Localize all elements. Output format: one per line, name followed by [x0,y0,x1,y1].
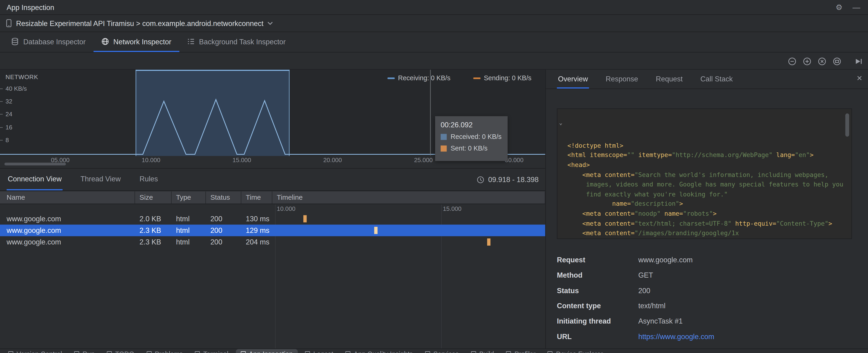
details-tab-overview[interactable]: Overview [557,70,589,89]
code-line: <meta content="noodp" name="robots"> [567,209,851,219]
cell-type: html [172,225,206,236]
profiler-icon [506,351,511,353]
toolwindow-build[interactable]: Build [466,349,499,353]
details-tab-call-stack[interactable]: Call Stack [699,70,734,89]
y-tick-mark [0,127,3,128]
detail-field: Requestwww.google.com [557,252,859,268]
cell-status: 200 [206,236,241,248]
todo-icon [107,351,112,353]
table-row[interactable]: www.google.com2.3 KBhtml200129 ms [0,225,545,236]
process-label: Resizable Experimental API Tiramisu > co… [16,19,264,27]
app-inspection-icon [241,351,246,353]
inspector-tab-label: Background Task Inspector [199,37,285,46]
field-value: 200 [638,286,650,295]
field-label: Method [557,271,639,280]
code-segment: "robots" [683,210,713,217]
zoom-in-icon[interactable] [802,56,812,66]
toolwindow-todo[interactable]: TODO [102,349,139,353]
fold-chevron-icon[interactable]: ⌄ [559,120,562,126]
cell-type: html [172,213,206,225]
field-value: AsyncTask #1 [638,317,683,325]
hide-icon[interactable]: — [852,3,860,11]
inspector-tab-background-task-inspector[interactable]: Background Task Inspector [179,32,293,52]
toolwindow-label: Problems [155,350,183,353]
background-task-icon [187,38,194,45]
tooltip-swatch [441,145,447,151]
toolwindow-terminal[interactable]: Terminal [190,349,234,353]
toolwindow-device-explorer[interactable]: Device Explorer [543,349,608,353]
app-quality-insights-icon [345,351,350,353]
code-segment: itemtype= [634,152,672,159]
inspector-tab-network-inspector[interactable]: Network Inspector [93,32,179,52]
toolwindow-label: Profiler [515,350,536,353]
tooltip-label: Sent: 0 KB/s [451,145,488,152]
toolwindow-logcat[interactable]: Logcat [300,349,338,353]
toolwindow-label: TODO [115,350,134,353]
code-scrollbar[interactable] [845,114,849,137]
toolwindow-label: App Quality Insights [354,350,413,353]
view-tab-rules[interactable]: Rules [138,169,159,190]
device-explorer-icon [548,351,553,353]
code-lines: <!doctype html><html itemscope="" itemty… [567,141,851,239]
toolwindow-app-inspection[interactable]: App Inspection [236,349,298,353]
y-tick-mark [0,114,3,114]
code-viewer[interactable]: ⌄ <!doctype html><html itemscope="" item… [557,108,852,239]
reset-zoom-icon[interactable] [817,56,827,66]
table-row[interactable]: www.google.com2.3 KBhtml200204 ms [0,236,545,248]
code-segment: name= [567,200,631,207]
tooltip-label: Received: 0 KB/s [451,133,502,140]
app-inspection-window: App Inspection ⚙ — Resizable Experimenta… [0,0,868,353]
column-header-type[interactable]: Type [172,191,206,203]
code-segment: "/images/branding/googleg/1x [634,230,739,237]
view-tab-thread-view[interactable]: Thread View [80,169,122,190]
details-tab-request[interactable]: Request [655,70,684,89]
column-header-status[interactable]: Status [206,191,241,203]
cell-type: html [172,236,206,248]
settings-gear-icon[interactable]: ⚙ [836,3,842,11]
view-tab-connection-view[interactable]: Connection View [7,169,63,190]
zoom-to-selection-icon[interactable] [832,56,842,66]
tooltip-time: 00:26.092 [441,121,502,129]
field-value: text/html [638,302,665,310]
tooltip-row: Sent: 0 KB/s [441,145,502,152]
details-tab-response[interactable]: Response [604,70,639,89]
column-header-name[interactable]: Name [0,191,135,203]
cell-timeline [273,213,546,225]
jump-to-live-icon[interactable] [854,56,864,66]
field-label: Request [557,256,639,264]
zoom-out-icon[interactable] [787,56,797,66]
inspector-tab-database-inspector[interactable]: Database Inspector [3,32,93,52]
column-header-size[interactable]: Size [135,191,172,203]
code-segment: <meta content= [567,230,634,237]
timeline-toolbar-icons [787,53,864,70]
chart-tooltip-rows: Received: 0 KB/sSent: 0 KB/s [441,133,502,152]
toolwindow-profiler[interactable]: Profiler [501,349,540,353]
column-header-timeline[interactable]: Timeline [273,191,546,203]
code-segment: <meta content= [567,171,634,179]
y-axis-label: 16 [6,124,12,131]
legend-label: Sending: 0 KB/s [484,74,531,82]
toolwindow-run[interactable]: Run [69,349,99,353]
toolwindow-version-control[interactable]: Version Control [3,349,67,353]
field-value-link[interactable]: https://www.google.com [638,332,714,341]
code-segment: lang= [773,152,795,159]
code-line: <meta content="text/html; charset=UTF-8"… [567,219,851,228]
table-row[interactable]: www.google.com2.0 KBhtml200130 ms [0,213,545,225]
toolwindow-label: App Inspection [249,350,293,353]
field-label: Content type [557,302,639,310]
column-header-time[interactable]: Time [241,191,273,203]
tooltip-swatch [441,134,447,140]
close-details-icon[interactable]: ✕ [857,75,862,82]
toolwindow-app-quality-insights[interactable]: App Quality Insights [340,349,418,353]
toolwindow-problems[interactable]: Problems [141,349,188,353]
request-marker [303,215,307,222]
process-selector[interactable]: Resizable Experimental API Tiramisu > co… [0,15,868,32]
chart-scrollbar[interactable] [4,163,66,165]
cell-name: www.google.com [0,225,135,236]
selection-range: 09.918 - 18.398 [476,169,545,190]
selection-range-label: 09.918 - 18.398 [488,175,539,184]
chart-legend: Receiving: 0 KB/sSending: 0 KB/s [0,74,545,83]
run-icon [74,351,79,353]
code-segment: "http://schema.org/WebPage" [672,152,773,159]
toolwindow-services[interactable]: Services [420,349,464,353]
